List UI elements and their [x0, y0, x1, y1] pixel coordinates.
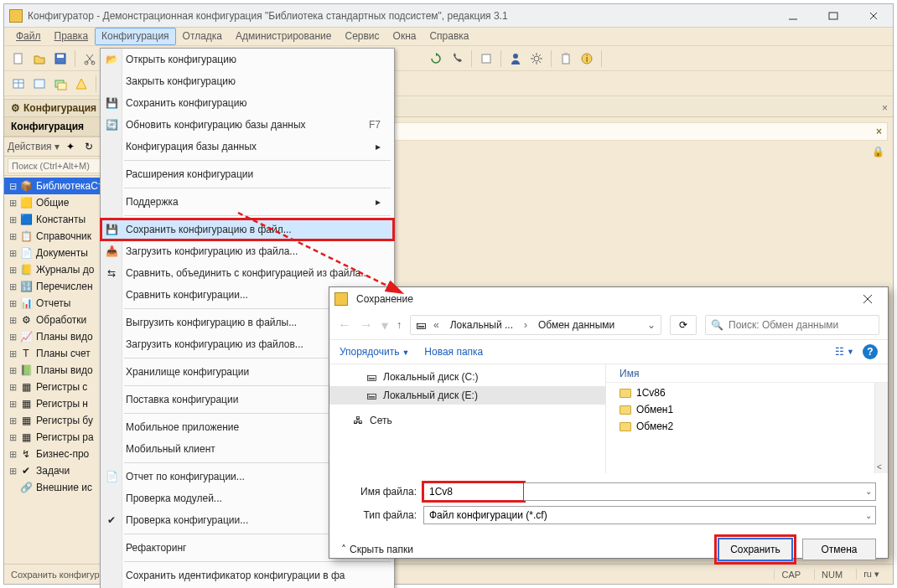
- warning-icon[interactable]: [72, 75, 91, 93]
- maximize-button[interactable]: [819, 8, 848, 24]
- window-title: Конфигуратор - Демонстрационная конфигур…: [28, 10, 779, 22]
- nav-back-icon[interactable]: ←: [338, 317, 351, 333]
- menu-update-db[interactable]: 🔄Обновить конфигурацию базы данныхF7: [101, 114, 394, 136]
- save-icon[interactable]: [51, 49, 70, 68]
- menu-close-config[interactable]: Закрыть конфигурацию: [101, 70, 394, 92]
- filename-ext[interactable]: ⌄: [524, 482, 876, 501]
- nav-drive-c[interactable]: 🖴Локальный диск (C:): [329, 368, 605, 386]
- file-item[interactable]: Обмен1: [606, 401, 888, 418]
- menu-edit[interactable]: Правка: [48, 28, 96, 45]
- doc-search-close-icon[interactable]: ×: [871, 126, 887, 137]
- clipboard-icon[interactable]: [557, 49, 575, 68]
- db-refresh-icon: 🔄: [104, 117, 119, 132]
- drive-icon: 🖴: [416, 319, 426, 331]
- open-icon[interactable]: [30, 49, 49, 68]
- gear-icon[interactable]: [527, 49, 546, 68]
- nav-recent-icon[interactable]: ▾: [381, 317, 388, 333]
- report-icon: 📄: [104, 469, 119, 484]
- svg-rect-23: [58, 83, 66, 90]
- refresh-button[interactable]: ⟳: [670, 315, 697, 335]
- user-icon[interactable]: [506, 49, 525, 68]
- actions-label[interactable]: Действия ▾: [8, 141, 60, 152]
- tabbar-close-icon[interactable]: ×: [877, 102, 893, 114]
- status-lang[interactable]: ru ▾: [856, 569, 886, 580]
- svg-point-12: [513, 54, 518, 59]
- disk-icon: 🖴: [366, 371, 376, 383]
- dialog-close-button[interactable]: [853, 291, 883, 307]
- menu-help[interactable]: Справка: [423, 28, 475, 45]
- save-dialog: Сохранение ← → ▾ ↑ 🖴 « Локальный ... › О…: [329, 286, 889, 559]
- filename-input[interactable]: 1Cv8: [423, 482, 524, 501]
- dialog-search[interactable]: 🔍: [705, 315, 879, 335]
- svg-rect-4: [14, 54, 22, 64]
- main-window: Конфигуратор - Демонстрационная конфигур…: [3, 3, 894, 585]
- folder-icon: [620, 405, 631, 415]
- copy2-icon[interactable]: [477, 49, 495, 68]
- network-icon: 🖧: [353, 415, 363, 426]
- new-icon[interactable]: [9, 49, 28, 68]
- menu-compare-merge[interactable]: ⇆Сравнить, объединить с конфигурацией из…: [101, 262, 394, 284]
- cut-icon[interactable]: [80, 49, 99, 68]
- save-disk-icon: 💾: [104, 95, 119, 111]
- hide-folders-link[interactable]: ˄Скрыть папки: [341, 544, 413, 555]
- menu-open-config[interactable]: 📂Открыть конфигурацию: [101, 49, 394, 70]
- menu-debug[interactable]: Отладка: [176, 28, 229, 45]
- view-mode-button[interactable]: ☷▼: [835, 346, 854, 358]
- nav-drive-e[interactable]: 🖴Локальный диск (E:): [329, 386, 605, 405]
- close-button[interactable]: [859, 8, 888, 24]
- folder-open-icon: 📂: [104, 52, 119, 67]
- nav-network[interactable]: 🖧Сеть: [329, 411, 605, 430]
- organize-button[interactable]: Упорядочить▼: [340, 346, 409, 358]
- menu-config[interactable]: Конфигурация: [95, 28, 176, 45]
- view-list-icon: ☷: [835, 346, 844, 358]
- menu-db-config[interactable]: Конфигурация базы данных▸: [101, 136, 394, 157]
- svg-rect-11: [482, 54, 490, 63]
- action-btn-2[interactable]: ↻: [81, 139, 96, 154]
- dialog-titlebar: Сохранение: [329, 287, 888, 311]
- action-btn-1[interactable]: ✦: [63, 139, 78, 154]
- layer-icon[interactable]: [51, 75, 70, 93]
- menu-load-from-file[interactable]: 📥Загрузить конфигурацию из файла...: [101, 240, 394, 262]
- file-item[interactable]: 1Cv86: [606, 384, 888, 401]
- folder-icon: [620, 389, 631, 398]
- col-name-header[interactable]: Имя: [606, 364, 888, 383]
- status-cap: CAP: [774, 570, 807, 580]
- menu-save-to-file[interactable]: 💾Сохранить конфигурацию в файл...: [101, 219, 394, 240]
- file-item[interactable]: Обмен2: [606, 418, 888, 435]
- newfolder-button[interactable]: Новая папка: [424, 346, 483, 358]
- menu-save-id[interactable]: Сохранить идентификатор конфигурации в ф…: [101, 565, 394, 586]
- dialog-search-input[interactable]: [727, 318, 874, 332]
- breadcrumb[interactable]: 🖴 « Локальный ... › Обмен данными ⌄: [410, 315, 661, 335]
- dialog-fields: Имя файла: 1Cv8 ⌄ Тип файла: Файл конфиг…: [329, 473, 888, 534]
- menu-service[interactable]: Сервис: [338, 28, 386, 45]
- info-icon[interactable]: i: [578, 49, 596, 68]
- save-button[interactable]: Сохранить: [718, 539, 792, 560]
- dialog-footer: ˄Скрыть папки Сохранить Отмена: [329, 534, 888, 562]
- menu-admin[interactable]: Администрирование: [229, 28, 338, 45]
- form-icon[interactable]: [30, 75, 49, 93]
- filetype-select[interactable]: Файл конфигурации (*.cf)⌄: [423, 506, 876, 524]
- filename-label: Имя файла:: [341, 486, 423, 498]
- chevron-down-icon[interactable]: ⌄: [645, 319, 661, 331]
- search-icon: 🔍: [711, 319, 723, 331]
- filename-row: Имя файла: 1Cv8 ⌄: [341, 480, 876, 503]
- nav-up-icon[interactable]: ↑: [397, 319, 402, 331]
- file-list-pane: Имя 1Cv86 Обмен1 Обмен2 <: [606, 364, 888, 473]
- minimize-button[interactable]: [779, 8, 807, 24]
- call-icon[interactable]: [448, 49, 466, 68]
- menu-save-config[interactable]: 💾Сохранить конфигурацию: [101, 92, 394, 114]
- refresh-icon[interactable]: [427, 49, 445, 68]
- cancel-button[interactable]: Отмена: [802, 539, 876, 560]
- nav-fwd-icon[interactable]: →: [360, 317, 373, 333]
- svg-point-13: [534, 56, 539, 61]
- dialog-toolbar: Упорядочить▼ Новая папка ☷▼ ?: [329, 339, 888, 364]
- help-button[interactable]: ?: [863, 344, 878, 359]
- menubar: Файл Правка Конфигурация Отладка Админис…: [4, 28, 893, 46]
- menu-windows[interactable]: Окна: [386, 28, 423, 45]
- table-icon[interactable]: [9, 75, 28, 93]
- menu-extensions[interactable]: Расширения конфигурации: [101, 163, 394, 185]
- menu-support[interactable]: Поддержка▸: [101, 191, 394, 213]
- svg-rect-15: [564, 53, 568, 55]
- scrollbar[interactable]: <: [874, 383, 888, 473]
- menu-file[interactable]: Файл: [9, 28, 48, 45]
